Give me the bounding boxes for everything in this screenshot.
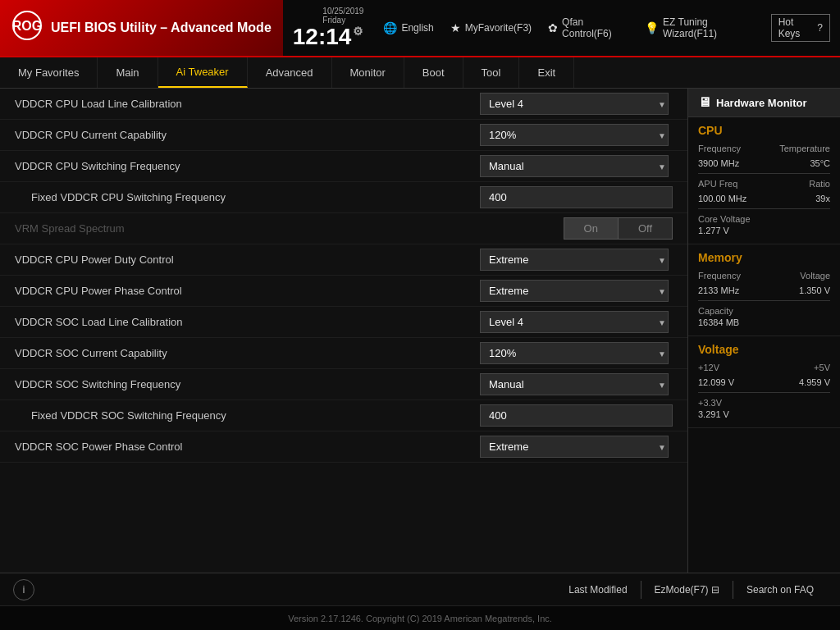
setting-value-vrm-spread-spectrum: On Off [564, 217, 673, 240]
bios-tools-area: 🌐 English ★ MyFavorite(F3) ✿ Qfan Contro… [373, 0, 840, 56]
setting-value-vddcr-cpu-power-duty: Extreme [480, 249, 673, 271]
hw-apu-freq-value: 100.00 MHz [698, 194, 746, 203]
dropdown-wrapper-vddcr-cpu-power-phase[interactable]: Extreme [480, 280, 673, 302]
toggle-on-btn[interactable]: On [564, 218, 619, 239]
hw-cpu-freq-label: Frequency [698, 144, 741, 153]
setting-row-vddcr-cpu-current: VDDCR CPU Current Capability 120% [0, 120, 687, 151]
dropdown-wrapper-vddcr-soc-current[interactable]: 120% [480, 342, 673, 364]
input-fixed-vddcr-cpu-switching[interactable] [480, 186, 673, 208]
hw-mem-capacity-value: 16384 MB [698, 317, 830, 327]
last-modified-btn[interactable]: Last Modified [555, 581, 641, 599]
globe-icon: 🌐 [383, 21, 397, 34]
dropdown-wrapper-vddcr-soc-switching[interactable]: Manual [480, 373, 673, 395]
ezmode-btn[interactable]: EzMode(F7) ⊟ [641, 581, 733, 599]
monitor-icon: 🖥 [698, 95, 711, 110]
setting-label-vrm-spread-spectrum: VRM Spread Spectrum [15, 222, 564, 235]
hw-v5-label: +5V [814, 363, 830, 372]
setting-label-vddcr-soc-load: VDDCR SOC Load Line Calibration [15, 316, 480, 328]
hw-v33-label: +3.3V [698, 398, 830, 408]
dropdown-vddcr-soc-switching[interactable]: Manual [480, 373, 669, 395]
settings-panel: VDDCR CPU Load Line Calibration Level 4 … [0, 89, 688, 573]
setting-label-vddcr-cpu-load: VDDCR CPU Load Line Calibration [15, 98, 480, 110]
search-faq-btn[interactable]: Search on FAQ [733, 581, 827, 599]
nav-item-exit[interactable]: Exit [519, 57, 574, 88]
toggle-off-btn[interactable]: Off [619, 218, 672, 239]
tool-english[interactable]: 🌐 English [383, 21, 433, 34]
bios-title: UEFI BIOS Utility – Advanced Mode [51, 21, 272, 35]
dropdown-wrapper-vddcr-cpu-current[interactable]: 120% [480, 124, 673, 146]
dropdown-vddcr-soc-load[interactable]: Level 4 [480, 311, 669, 333]
nav-item-ai-tweaker[interactable]: Ai Tweaker [158, 57, 248, 88]
setting-value-fixed-vddcr-cpu-switching [480, 186, 673, 208]
hw-mem-freq-value: 2133 MHz [698, 285, 739, 295]
hw-v12-value: 12.099 V [698, 377, 734, 387]
dropdown-vddcr-cpu-load[interactable]: Level 4 [480, 93, 669, 115]
dropdown-wrapper-vddcr-cpu-load[interactable]: Level 4 [480, 93, 673, 115]
info-button[interactable]: i [13, 579, 34, 600]
tool-eztuning[interactable]: 💡 EZ Tuning Wizard(F11) [645, 16, 755, 39]
setting-row-vddcr-soc-load: VDDCR SOC Load Line Calibration Level 4 [0, 307, 687, 338]
setting-row-fixed-vddcr-soc-switching: Fixed VDDCR SOC Switching Frequency [0, 400, 687, 431]
hw-cpu-freq-value: 3900 MHz [698, 158, 739, 168]
dropdown-vddcr-cpu-power-duty[interactable]: Extreme [480, 249, 669, 271]
nav-bar: My Favorites Main Ai Tweaker Advanced Mo… [0, 57, 840, 89]
myfavorite-label: MyFavorite(F3) [465, 22, 532, 34]
hotkeys-button[interactable]: Hot Keys ? [771, 14, 830, 42]
toggle-vrm-spread-spectrum[interactable]: On Off [564, 217, 673, 240]
logo-area: ROG UEFI BIOS Utility – Advanced Mode [0, 0, 283, 56]
setting-row-vddcr-cpu-power-duty: VDDCR CPU Power Duty Control Extreme [0, 244, 687, 276]
qfan-label: Qfan Control(F6) [562, 16, 628, 39]
hw-divider-mem1 [698, 300, 830, 301]
setting-value-vddcr-cpu-load: Level 4 [480, 93, 673, 115]
hw-v12-v5-label-row: +12V +5V [698, 363, 830, 372]
input-fixed-vddcr-soc-switching[interactable] [480, 404, 673, 427]
dropdown-vddcr-cpu-current[interactable]: 120% [480, 124, 669, 146]
setting-row-vddcr-soc-switching: VDDCR SOC Switching Frequency Manual [0, 369, 687, 400]
setting-label-vddcr-cpu-current: VDDCR CPU Current Capability [15, 129, 480, 141]
hw-v33-value: 3.291 V [698, 409, 830, 419]
nav-item-advanced[interactable]: Advanced [248, 57, 332, 88]
hw-apu-ratio-val-row: 100.00 MHz 39x [698, 194, 830, 203]
dropdown-wrapper-vddcr-cpu-switching[interactable]: Manual [480, 155, 673, 177]
nav-item-monitor[interactable]: Monitor [332, 57, 404, 88]
hw-cpu-freq-row: Frequency Temperature [698, 144, 830, 153]
footer-right: Last Modified EzMode(F7) ⊟ Search on FAQ [555, 581, 827, 599]
nav-item-tool[interactable]: Tool [463, 57, 520, 88]
setting-value-fixed-vddcr-soc-switching [480, 404, 673, 427]
setting-row-vrm-spread-spectrum: VRM Spread Spectrum On Off [0, 213, 687, 244]
hw-divider-cpu1 [698, 173, 830, 174]
hw-divider-volt1 [698, 392, 830, 393]
nav-item-my-favorites[interactable]: My Favorites [0, 57, 98, 88]
nav-item-main[interactable]: Main [98, 57, 158, 88]
svg-text:ROG: ROG [12, 19, 42, 33]
version-text: Version 2.17.1246. Copyright (C) 2019 Am… [288, 614, 552, 623]
setting-row-vddcr-cpu-power-phase: VDDCR CPU Power Phase Control Extreme [0, 276, 687, 307]
dropdown-vddcr-cpu-power-phase[interactable]: Extreme [480, 280, 669, 302]
setting-label-vddcr-soc-current: VDDCR SOC Current Capability [15, 347, 480, 359]
bios-header: ROG UEFI BIOS Utility – Advanced Mode 10… [0, 0, 840, 57]
dropdown-vddcr-soc-power-phase[interactable]: Extreme [480, 436, 669, 458]
hw-ratio-label: Ratio [809, 179, 830, 189]
tool-myfavorite[interactable]: ★ MyFavorite(F3) [450, 21, 532, 34]
setting-label-vddcr-soc-power-phase: VDDCR SOC Power Phase Control [15, 441, 480, 453]
rog-logo-icon: ROG [11, 10, 43, 47]
nav-item-boot[interactable]: Boot [404, 57, 463, 88]
dropdown-vddcr-soc-current[interactable]: 120% [480, 342, 669, 364]
hw-section-memory: Memory Frequency Voltage 2133 MHz 1.350 … [688, 244, 840, 336]
setting-row-fixed-vddcr-cpu-switching: Fixed VDDCR CPU Switching Frequency [0, 182, 687, 213]
setting-value-vddcr-cpu-current: 120% [480, 124, 673, 146]
setting-value-vddcr-cpu-switching: Manual [480, 155, 673, 177]
dropdown-wrapper-vddcr-soc-power-phase[interactable]: Extreme [480, 436, 673, 458]
hw-mem-freq-voltage-val-row: 2133 MHz 1.350 V [698, 285, 830, 295]
hw-apu-freq-label: APU Freq [698, 179, 737, 189]
tool-qfan[interactable]: ✿ Qfan Control(F6) [548, 16, 628, 39]
hw-v5-value: 4.959 V [799, 377, 830, 387]
dropdown-vddcr-cpu-switching[interactable]: Manual [480, 155, 669, 177]
gear-icon[interactable]: ⚙ [353, 25, 363, 38]
dropdown-wrapper-vddcr-soc-load[interactable]: Level 4 [480, 311, 673, 333]
setting-value-vddcr-soc-load: Level 4 [480, 311, 673, 333]
fan-icon: ✿ [548, 21, 558, 34]
hw-mem-freq-voltage-label-row: Frequency Voltage [698, 271, 830, 281]
dropdown-wrapper-vddcr-cpu-power-duty[interactable]: Extreme [480, 249, 673, 271]
info-icon: i [23, 583, 25, 596]
